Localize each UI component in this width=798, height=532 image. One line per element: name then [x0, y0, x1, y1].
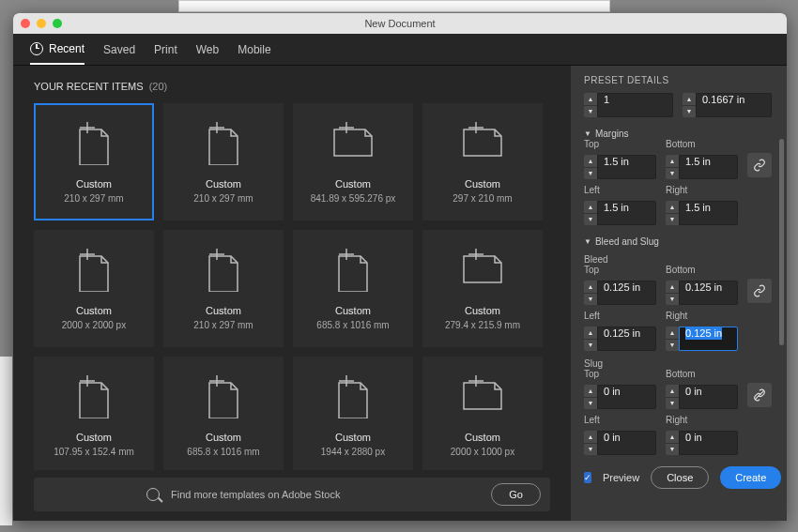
new-document-dialog: New Document Recent Saved Print Web Mobi… — [13, 13, 787, 521]
preset-label: Custom — [76, 305, 112, 316]
preset-details-header: PRESET DETAILS — [584, 75, 772, 85]
page-icon — [459, 373, 506, 418]
preset-card[interactable]: Custom 107.95 x 152.4 mm — [34, 357, 154, 470]
preview-label: Preview — [603, 472, 639, 483]
tab-print[interactable]: Print — [154, 34, 177, 65]
preset-label: Custom — [465, 178, 500, 190]
window-title: New Document — [13, 18, 787, 29]
preset-dimensions: 1944 x 2880 px — [321, 447, 385, 457]
chevron-down-icon: ▼ — [584, 237, 591, 246]
preset-grid: Custom 210 x 297 mm Custom 210 x 297 mm … — [13, 103, 571, 470]
margins-disclosure[interactable]: ▼ Margins — [584, 129, 772, 139]
preset-card[interactable]: Custom 210 x 297 mm — [163, 230, 284, 347]
scrollbar-thumb[interactable] — [779, 139, 784, 345]
bleed-slug-disclosure[interactable]: ▼ Bleed and Slug — [584, 236, 772, 247]
page-icon — [70, 373, 117, 418]
margin-left-input[interactable]: 1.5 in — [597, 201, 656, 225]
preset-card[interactable]: Custom 841.89 x 595.276 px — [293, 103, 413, 220]
margin-top-input[interactable]: 1.5 in — [597, 155, 656, 179]
zoom-window-icon[interactable] — [53, 19, 62, 28]
gutter-input[interactable]: 0.1667 in — [696, 93, 772, 117]
preset-dimensions: 210 x 297 mm — [193, 320, 253, 330]
page-icon — [330, 120, 376, 165]
close-button[interactable]: Close — [651, 466, 709, 489]
bleed-right-input[interactable]: 0.125 in — [679, 327, 738, 351]
pages-input[interactable]: 1 — [597, 93, 673, 117]
preset-dimensions: 841.89 x 595.276 px — [311, 193, 396, 204]
preset-label: Custom — [335, 432, 371, 443]
preset-details-panel: PRESET DETAILS ▲▼ 1 ▲▼ 0.1667 in ▼ — [571, 66, 787, 521]
preset-card[interactable]: Custom 279.4 x 215.9 mm — [422, 230, 543, 347]
page-icon — [70, 120, 117, 165]
chevron-down-icon: ▼ — [584, 129, 591, 138]
preset-label: Custom — [465, 432, 500, 443]
preset-label: Custom — [206, 305, 241, 316]
tab-recent[interactable]: Recent — [30, 34, 84, 65]
preset-dimensions: 107.95 x 152.4 mm — [54, 447, 134, 457]
bleed-top-input[interactable]: 0.125 in — [597, 281, 656, 305]
page-icon — [200, 247, 247, 292]
page-icon — [200, 373, 247, 418]
preset-label: Custom — [465, 305, 500, 316]
preset-dimensions: 210 x 297 mm — [64, 193, 123, 204]
gutter-field: ▲▼ 0.1667 in — [683, 93, 772, 117]
preset-card[interactable]: Custom 2000 x 2000 px — [34, 230, 154, 347]
preset-card[interactable]: Custom 1944 x 2880 px — [293, 357, 413, 470]
category-tabs: Recent Saved Print Web Mobile — [13, 34, 787, 66]
preset-label: Custom — [335, 305, 371, 316]
preset-label: Custom — [206, 432, 241, 443]
preset-card[interactable]: Custom 297 x 210 mm — [422, 103, 543, 220]
minimize-window-icon[interactable] — [37, 19, 46, 28]
pages-field: ▲▼ 1 — [584, 93, 673, 117]
link-bleed-button[interactable] — [747, 279, 772, 303]
stepper-down-icon[interactable]: ▼ — [683, 106, 696, 118]
search-placeholder: Find more templates on Adobe Stock — [171, 489, 480, 500]
preset-label: Custom — [206, 178, 241, 190]
preset-dimensions: 279.4 x 215.9 mm — [445, 320, 520, 330]
page-icon — [459, 247, 506, 292]
preset-label: Custom — [335, 178, 371, 190]
slug-left-input[interactable]: 0 in — [597, 431, 656, 455]
close-window-icon[interactable] — [21, 19, 30, 28]
slug-right-input[interactable]: 0 in — [679, 431, 738, 455]
page-icon — [459, 120, 506, 165]
preset-dimensions: 685.8 x 1016 mm — [187, 447, 259, 457]
preset-card[interactable]: Custom 2000 x 1000 px — [422, 357, 543, 470]
stepper-up-icon[interactable]: ▲ — [683, 93, 696, 106]
stepper-down-icon[interactable]: ▼ — [584, 106, 597, 118]
stock-search-bar[interactable]: Find more templates on Adobe Stock Go — [34, 478, 550, 511]
preset-label: Custom — [76, 178, 112, 190]
margin-bottom-input[interactable]: 1.5 in — [679, 155, 738, 179]
margin-right-input[interactable]: 1.5 in — [679, 201, 738, 225]
preset-card[interactable]: Custom 685.8 x 1016 mm — [293, 230, 413, 347]
page-icon — [330, 247, 376, 292]
preset-dimensions: 685.8 x 1016 mm — [316, 320, 389, 330]
slug-top-input[interactable]: 0 in — [597, 385, 656, 409]
preset-card[interactable]: Custom 685.8 x 1016 mm — [163, 357, 284, 470]
tab-web[interactable]: Web — [196, 34, 219, 65]
create-button[interactable]: Create — [720, 466, 781, 489]
preset-card[interactable]: Custom 210 x 297 mm — [34, 103, 154, 220]
bleed-bottom-input[interactable]: 0.125 in — [679, 281, 738, 305]
page-icon — [70, 247, 117, 292]
link-slug-button[interactable] — [747, 383, 772, 407]
preset-card[interactable]: Custom 210 x 297 mm — [163, 103, 284, 220]
bleed-left-input[interactable]: 0.125 in — [597, 327, 656, 351]
page-icon — [200, 120, 247, 165]
preset-label: Custom — [76, 432, 112, 443]
link-margins-button[interactable] — [747, 153, 772, 177]
recent-items-header: YOUR RECENT ITEMS (20) — [13, 75, 571, 103]
tab-mobile[interactable]: Mobile — [238, 34, 270, 65]
preset-dimensions: 297 x 210 mm — [453, 193, 512, 204]
preview-checkbox[interactable]: ✓ — [584, 472, 591, 483]
page-icon — [330, 373, 376, 418]
search-icon — [146, 488, 160, 501]
presets-panel: YOUR RECENT ITEMS (20) Custom 210 x 297 … — [13, 66, 571, 521]
preset-dimensions: 210 x 297 mm — [193, 193, 253, 204]
titlebar: New Document — [13, 13, 787, 34]
slug-bottom-input[interactable]: 0 in — [679, 385, 738, 409]
preset-dimensions: 2000 x 2000 px — [62, 320, 126, 330]
tab-saved[interactable]: Saved — [103, 34, 135, 65]
go-button[interactable]: Go — [491, 483, 541, 506]
stepper-up-icon[interactable]: ▲ — [584, 93, 597, 106]
